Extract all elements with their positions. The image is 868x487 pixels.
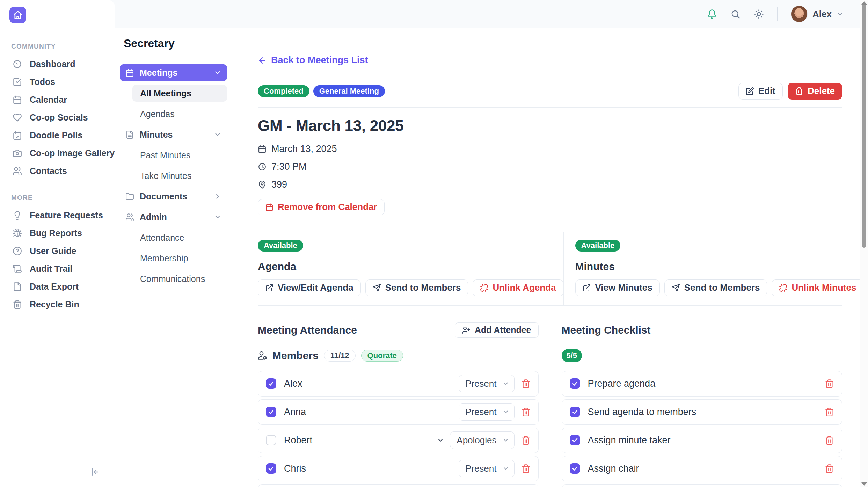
attendance-checkbox[interactable] — [266, 407, 276, 417]
sidebar-item-contacts[interactable]: Contacts — [0, 162, 115, 180]
check-icon — [268, 409, 274, 415]
sidebar-item-audit-trail[interactable]: Audit Trail — [0, 260, 115, 278]
sidebar-section-more: MORE Feature Requests Bug Reports User G… — [0, 194, 115, 313]
clock-icon — [258, 162, 267, 171]
sidebar-item-label: Contacts — [30, 166, 67, 176]
send-agenda-label: Send to Members — [385, 282, 461, 293]
external-link-icon — [583, 284, 591, 292]
secretary-nav-meetings[interactable]: Meetings — [120, 64, 227, 81]
checklist-item-label: Prepare agenda — [588, 378, 656, 389]
sidebar-item-bug-reports[interactable]: Bug Reports — [0, 224, 115, 242]
meeting-location: 399 — [258, 179, 842, 190]
view-edit-agenda-button[interactable]: View/Edit Agenda — [258, 279, 361, 296]
sidebar-item-calendar[interactable]: Calendar — [0, 91, 115, 109]
meeting-type-badge: General Meeting — [313, 85, 385, 97]
scrollbar-thumb[interactable] — [862, 5, 866, 248]
delete-checklist-item-button[interactable] — [825, 436, 834, 445]
secretary-nav-documents[interactable]: Documents — [120, 188, 227, 205]
nav-label: Membership — [140, 253, 188, 263]
attendee-name: Robert — [284, 435, 312, 446]
secretary-nav-minutes[interactable]: Minutes — [120, 126, 227, 143]
sidebar-item-feature-requests[interactable]: Feature Requests — [0, 206, 115, 224]
delete-checklist-item-button[interactable] — [825, 464, 834, 473]
add-attendee-button[interactable]: Add Attendee — [455, 322, 539, 338]
edit-button[interactable]: Edit — [738, 83, 783, 100]
user-menu[interactable]: Alex — [791, 6, 844, 22]
chevron-down-icon — [214, 213, 221, 221]
nav-label: Past Minutes — [140, 150, 191, 160]
agenda-column: Available Agenda View/Edit Agenda Send t… — [258, 232, 563, 305]
sidebar-item-doodle-polls[interactable]: Doodle Polls — [0, 126, 115, 144]
send-icon — [672, 284, 680, 292]
unlink-minutes-button[interactable]: Unlink Minutes — [772, 279, 863, 296]
attendance-status-select[interactable]: Present — [459, 460, 515, 477]
search-button[interactable] — [730, 9, 741, 19]
scrollbar-down-arrow[interactable] — [861, 482, 867, 486]
sidebar-item-label: Feature Requests — [30, 210, 103, 220]
sidebar-item-recycle-bin[interactable]: Recycle Bin — [0, 296, 115, 313]
remove-attendee-button[interactable] — [521, 407, 531, 417]
remove-attendee-button[interactable] — [521, 436, 531, 445]
back-to-meetings-link[interactable]: Back to Meetings List — [258, 55, 368, 66]
delete-button[interactable]: Delete — [788, 83, 842, 100]
secretary-nav-agendas[interactable]: Agendas — [132, 106, 227, 122]
minutes-heading: Minutes — [575, 260, 864, 273]
attendance-checkbox[interactable] — [266, 435, 276, 445]
delete-checklist-item-button[interactable] — [825, 407, 834, 417]
secretary-nav-take-minutes[interactable]: Take Minutes — [132, 167, 227, 184]
trash-icon — [825, 436, 834, 445]
sun-icon — [754, 9, 764, 19]
attendance-checkbox[interactable] — [266, 378, 276, 389]
user-plus-icon — [462, 326, 471, 334]
unlink-agenda-button[interactable]: Unlink Agenda — [473, 279, 563, 296]
quorate-badge: Quorate — [361, 350, 403, 362]
sidebar-item-data-export[interactable]: Data Export — [0, 278, 115, 296]
secretary-nav-membership[interactable]: Membership — [132, 250, 227, 267]
checklist-checkbox[interactable] — [570, 407, 580, 417]
scrollbar-up-arrow[interactable] — [861, 1, 867, 5]
checklist-item: Prepare agenda — [562, 371, 843, 397]
sidebar-item-user-guide[interactable]: User Guide — [0, 242, 115, 260]
send-agenda-button[interactable]: Send to Members — [365, 279, 468, 296]
scrollbar-track — [860, 0, 868, 487]
trash-icon — [825, 464, 834, 473]
sidebar-item-todos[interactable]: Todos — [0, 73, 115, 91]
calendar-check-icon — [13, 131, 22, 140]
send-minutes-button[interactable]: Send to Members — [664, 279, 767, 296]
theme-toggle-button[interactable] — [754, 9, 764, 19]
attendance-status-select[interactable]: Present — [459, 375, 515, 392]
secretary-nav-all-meetings[interactable]: All Meetings — [132, 85, 227, 102]
checklist-checkbox[interactable] — [570, 378, 580, 389]
checklist-checkbox[interactable] — [570, 435, 580, 445]
expand-row-button[interactable] — [437, 436, 444, 444]
attendance-status-select[interactable]: Apologies — [450, 431, 514, 449]
bug-icon — [13, 228, 22, 238]
lightbulb-icon — [13, 211, 22, 220]
notifications-button[interactable] — [707, 9, 717, 19]
attendance-checkbox[interactable] — [266, 463, 276, 474]
home-icon — [13, 10, 23, 20]
remove-attendee-button[interactable] — [521, 379, 531, 388]
sidebar-item-coop-socials[interactable]: Co-op Socials — [0, 109, 115, 126]
secretary-nav-communications[interactable]: Communications — [132, 270, 227, 287]
trash-icon — [521, 436, 531, 445]
attendance-status-select[interactable]: Present — [459, 403, 515, 421]
collapse-sidebar-button[interactable] — [89, 467, 100, 477]
agenda-status-badge: Available — [258, 240, 303, 252]
checklist-checkbox[interactable] — [570, 463, 580, 474]
sidebar-item-dashboard[interactable]: Dashboard — [0, 55, 115, 73]
folder-icon — [125, 192, 134, 201]
sidebar-item-image-gallery[interactable]: Co-op Image Gallery — [0, 144, 115, 162]
delete-checklist-item-button[interactable] — [825, 379, 834, 388]
calendar-icon — [125, 68, 134, 77]
app-logo[interactable] — [9, 7, 26, 23]
remove-from-calendar-button[interactable]: Remove from Calendar — [258, 199, 385, 215]
secretary-nav-past-minutes[interactable]: Past Minutes — [132, 147, 227, 163]
view-minutes-button[interactable]: View Minutes — [575, 279, 660, 296]
meeting-location-value: 399 — [271, 179, 287, 190]
remove-attendee-button[interactable] — [521, 464, 531, 473]
trash-icon — [825, 407, 834, 417]
secretary-nav-attendance[interactable]: Attendance — [132, 229, 227, 246]
secretary-nav-admin[interactable]: Admin — [120, 209, 227, 225]
app-root: COMMUNITY Dashboard Todos Calendar Co-op… — [0, 0, 868, 487]
